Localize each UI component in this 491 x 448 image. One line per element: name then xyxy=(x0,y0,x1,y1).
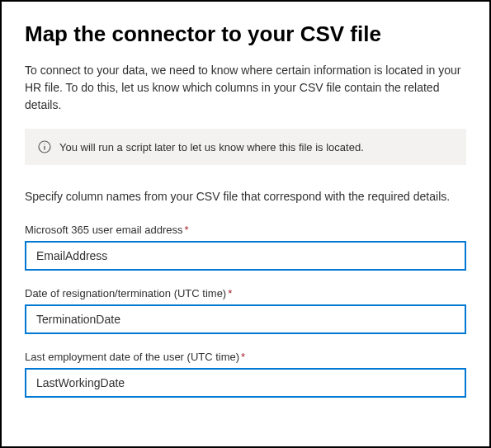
last-working-date-input[interactable] xyxy=(25,368,466,398)
intro-description: To connect to your data, we need to know… xyxy=(25,62,466,114)
field-termination-date: Date of resignation/termination (UTC tim… xyxy=(25,287,466,334)
field-label-termination: Date of resignation/termination (UTC tim… xyxy=(25,287,466,299)
field-label-email: Microsoft 365 user email address* xyxy=(25,224,466,236)
info-banner-text: You will run a script later to let us kn… xyxy=(59,141,364,153)
info-icon xyxy=(38,140,51,153)
page-title: Map the connector to your CSV file xyxy=(25,21,466,47)
required-indicator: * xyxy=(184,224,188,236)
section-description: Specify column names from your CSV file … xyxy=(25,188,466,205)
svg-point-2 xyxy=(44,144,45,144)
field-label-last-working: Last employment date of the user (UTC ti… xyxy=(25,351,466,363)
termination-date-input[interactable] xyxy=(25,304,466,334)
email-address-input[interactable] xyxy=(25,241,466,271)
required-indicator: * xyxy=(228,287,232,299)
field-label-text: Microsoft 365 user email address xyxy=(25,224,182,236)
field-label-text: Last employment date of the user (UTC ti… xyxy=(25,351,239,363)
required-indicator: * xyxy=(241,351,245,363)
info-banner: You will run a script later to let us kn… xyxy=(25,129,466,165)
field-last-working-date: Last employment date of the user (UTC ti… xyxy=(25,351,466,398)
field-email-address: Microsoft 365 user email address* xyxy=(25,224,466,271)
field-label-text: Date of resignation/termination (UTC tim… xyxy=(25,287,226,299)
